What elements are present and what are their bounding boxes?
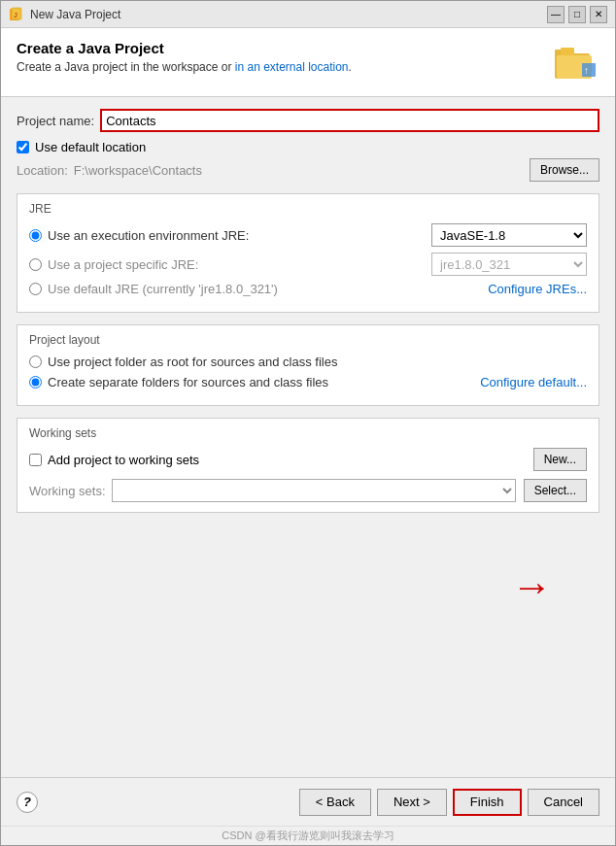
project-layout-title: Project layout <box>29 333 587 347</box>
svg-text:J: J <box>14 12 17 18</box>
jre-option3-label: Use default JRE (currently 'jre1.8.0_321… <box>48 282 278 296</box>
red-arrow-annotation: → <box>510 563 551 610</box>
jre-option2-radio[interactable] <box>29 258 42 271</box>
form-wrapper: Project name: Use default location Locat… <box>1 97 615 777</box>
working-sets-dropdown[interactable] <box>112 479 516 502</box>
layout-option2-content: Create separate folders for sources and … <box>29 375 328 389</box>
add-working-sets-checkbox[interactable] <box>29 454 42 466</box>
jre-specific-dropdown[interactable]: jre1.8.0_321 <box>431 253 587 276</box>
svg-rect-6 <box>561 48 574 55</box>
cancel-button[interactable]: Cancel <box>528 789 599 816</box>
jre-configure-link-control: Configure JREs... <box>488 282 587 296</box>
working-sets-label: Working sets: <box>29 484 106 498</box>
new-working-set-button[interactable]: New... <box>533 448 587 471</box>
back-button[interactable]: < Back <box>299 789 371 816</box>
svg-text:↑: ↑ <box>584 65 589 76</box>
title-bar-left: J New Java Project <box>9 7 120 22</box>
jre-option2-row: Use a project specific JRE: jre1.8.0_321 <box>29 253 587 276</box>
use-default-location-row: Use default location <box>17 140 599 154</box>
jre-option3-radio[interactable] <box>29 283 42 295</box>
wizard-title: Create a Java Project <box>17 40 352 56</box>
wizard-header-text: Create a Java Project Create a Java proj… <box>17 40 352 74</box>
window-title: New Java Project <box>30 8 120 21</box>
wizard-subtitle: Create a Java project in the workspace o… <box>17 60 352 74</box>
title-bar: J New Java Project — □ ✕ <box>1 1 615 28</box>
add-to-working-sets-row: Add project to working sets New... <box>29 448 587 471</box>
annotation-area: → <box>17 525 599 610</box>
jre-option1-label: Use an execution environment JRE: <box>48 228 249 243</box>
layout-option1-radio[interactable] <box>29 355 42 368</box>
add-working-sets-label: Add project to working sets <box>48 453 199 467</box>
jre-section-title: JRE <box>29 202 587 216</box>
window: J New Java Project — □ ✕ Create a Java P… <box>0 0 616 846</box>
project-layout-section: Project layout Use project folder as roo… <box>17 324 599 406</box>
finish-button[interactable]: Finish <box>453 789 522 816</box>
watermark: CSDN @看我行游览则叫我滚去学习 <box>1 826 615 845</box>
jre-option1-select-control: JavaSE-1.8 <box>431 223 587 247</box>
jre-execution-env-dropdown[interactable]: JavaSE-1.8 <box>431 223 587 247</box>
jre-section: JRE Use an execution environment JRE: Ja… <box>17 193 599 313</box>
location-label: Location: <box>17 163 68 178</box>
jre-option1-radio[interactable] <box>29 229 42 242</box>
title-controls: — □ ✕ <box>547 6 607 23</box>
project-name-input[interactable] <box>100 109 599 132</box>
footer-left: ? <box>17 792 38 813</box>
layout-option1-row: Use project folder as root for sources a… <box>29 355 587 369</box>
close-button[interactable]: ✕ <box>590 6 607 23</box>
working-sets-title: Working sets <box>29 426 587 440</box>
next-button[interactable]: Next > <box>377 789 447 816</box>
browse-button[interactable]: Browse... <box>530 158 599 182</box>
minimize-button[interactable]: — <box>547 6 565 23</box>
jre-option3-row: Use default JRE (currently 'jre1.8.0_321… <box>29 282 587 296</box>
layout-option1-label: Use project folder as root for sources a… <box>48 355 337 369</box>
subtitle-pre: Create a Java project in the workspace o… <box>17 60 235 74</box>
maximize-button[interactable]: □ <box>568 6 586 23</box>
project-name-label: Project name: <box>17 114 94 128</box>
form-area: Project name: Use default location Locat… <box>1 97 615 777</box>
subtitle-link[interactable]: in an external location <box>235 60 349 74</box>
configure-jres-link[interactable]: Configure JREs... <box>488 282 587 296</box>
location-row: Location: F:\workspace\Contacts Browse..… <box>17 158 599 182</box>
layout-option2-row: Create separate folders for sources and … <box>29 375 587 389</box>
select-working-set-button[interactable]: Select... <box>524 479 587 502</box>
jre-option1-row: Use an execution environment JRE: JavaSE… <box>29 223 587 247</box>
wizard-header: Create a Java Project Create a Java proj… <box>1 28 615 97</box>
java-project-icon: J <box>9 7 24 22</box>
help-button[interactable]: ? <box>17 792 38 813</box>
working-sets-section: Working sets Add project to working sets… <box>17 418 599 513</box>
project-name-row: Project name: <box>17 109 599 132</box>
wizard-footer: ? < Back Next > Finish Cancel <box>1 777 615 826</box>
configure-default-link[interactable]: Configure default... <box>480 375 587 389</box>
location-value: F:\workspace\Contacts <box>74 163 530 178</box>
working-sets-label-row: Working sets: Select... <box>29 479 587 502</box>
use-default-location-checkbox[interactable] <box>17 141 29 153</box>
footer-right: < Back Next > Finish Cancel <box>299 789 599 816</box>
subtitle-post: . <box>349 60 352 74</box>
jre-option2-label: Use a project specific JRE: <box>48 257 198 272</box>
layout-option2-label: Create separate folders for sources and … <box>48 375 328 389</box>
wizard-folder-icon: ↑ <box>553 40 599 86</box>
use-default-location-label: Use default location <box>35 140 146 154</box>
jre-option2-select-control: jre1.8.0_321 <box>431 253 587 276</box>
layout-option2-radio[interactable] <box>29 376 42 389</box>
